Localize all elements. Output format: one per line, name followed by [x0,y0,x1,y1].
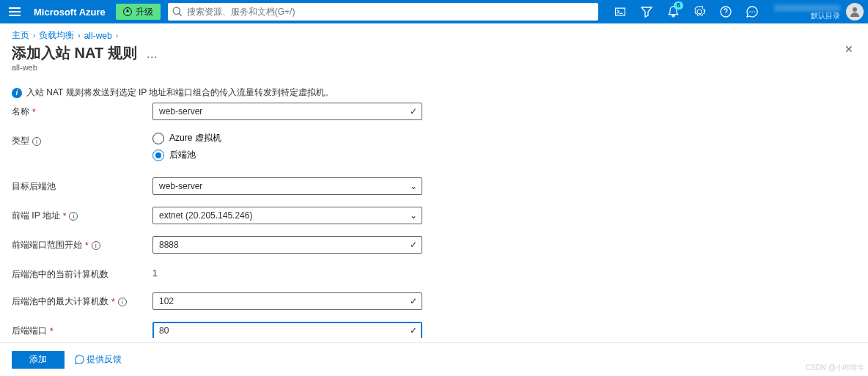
radio-icon [152,150,164,161]
svg-point-5 [751,11,753,12]
settings-button[interactable] [686,0,713,23]
required-marker: * [63,211,67,221]
label-name: 名称 [12,106,29,118]
crumb-resource[interactable]: all-web [84,31,112,41]
account-name [774,4,840,12]
info-icon: i [12,88,22,98]
account-text: 默认目录 [774,4,840,20]
check-icon: ✓ [410,296,417,306]
radio-icon [152,133,164,144]
svg-point-7 [853,7,857,12]
directories-button[interactable] [633,0,660,23]
label-frontend-ip: 前端 IP 地址 [12,210,60,222]
hamburger-icon [9,7,21,16]
chevron-right-icon: › [78,32,80,40]
crumb-home[interactable]: 主页 [12,29,29,42]
avatar [846,3,864,21]
info-icon[interactable]: i [69,212,78,221]
required-marker: * [50,326,54,336]
label-backend-max: 后端池中的最大计算机数 [12,295,108,308]
brand-label[interactable]: Microsoft Azure [29,7,116,18]
feedback-button[interactable] [739,0,765,23]
backend-max-input[interactable]: 102 ✓ [152,292,422,310]
required-marker: * [111,297,115,307]
form-scroll-area[interactable]: 名称 * web-server ✓ 类型 i Azure 虚拟机 后端池 目标后… [12,103,862,338]
svg-rect-2 [9,15,21,16]
feedback-icon [746,6,758,18]
svg-point-4 [749,11,751,12]
feedback-link[interactable]: 提供反馈 [75,353,122,366]
name-input[interactable]: web-server ✓ [152,103,422,120]
radio-type-pool[interactable]: 后端池 [152,149,422,161]
info-icon[interactable]: i [118,298,127,306]
required-marker: * [32,107,36,117]
backend-count-value: 1 [152,265,422,279]
label-target-pool: 目标后端池 [12,180,56,193]
target-pool-select[interactable]: web-server ⌄ [152,177,422,195]
svg-point-6 [754,11,755,12]
account-directory: 默认目录 [774,12,840,20]
menu-toggle[interactable] [0,7,29,16]
backend-port-input[interactable]: 80 ✓ [152,322,422,338]
info-text: 入站 NAT 规则将发送到选定 IP 地址和端口组合的传入流量转发到特定虚拟机。 [26,86,334,99]
crumb-lb[interactable]: 负载均衡 [39,29,74,42]
svg-rect-1 [9,11,21,12]
page-header: 添加入站 NAT 规则 … all-web ✕ [0,42,868,76]
info-banner: i 入站 NAT 规则将发送到选定 IP 地址和端口组合的传入流量转发到特定虚拟… [12,86,856,99]
search-icon [172,7,183,17]
chevron-right-icon: › [116,32,118,40]
check-icon: ✓ [410,106,417,117]
svg-rect-0 [9,7,21,9]
chevron-down-icon: ⌄ [410,210,417,221]
filter-icon [641,6,652,18]
frontend-ip-select[interactable]: extnet (20.205.145.246) ⌄ [152,207,422,224]
topbar-actions: 6 默认目录 [607,0,868,23]
cloud-shell-button[interactable] [607,0,633,23]
label-backend-count: 后端池中的当前计算机数 [12,268,108,281]
type-radio-group: Azure 虚拟机 后端池 [152,132,422,161]
upgrade-label: 升级 [136,6,153,18]
upgrade-button[interactable]: 升级 [116,4,161,20]
chevron-right-icon: › [33,32,35,40]
label-type: 类型 [12,135,29,147]
global-search[interactable] [168,3,598,21]
person-icon [849,6,861,18]
breadcrumb: 主页 › 负载均衡 › all-web › [0,23,868,42]
more-actions[interactable]: … [146,48,158,60]
notifications-button[interactable]: 6 [660,0,686,23]
info-icon[interactable]: i [92,241,100,250]
feedback-icon [75,355,84,364]
page-subtitle: all-web [12,63,856,72]
label-backend-port: 后端端口 [12,325,47,337]
shell-icon [614,7,626,17]
account-menu[interactable]: 默认目录 [765,3,868,21]
submit-button[interactable]: 添加 [12,351,65,369]
info-icon[interactable]: i [32,137,41,146]
upgrade-icon [123,7,132,16]
frontend-port-start-input[interactable]: 8888 ✓ [152,236,422,254]
radio-type-vm[interactable]: Azure 虚拟机 [152,132,422,144]
notification-badge: 6 [674,1,683,10]
help-icon [720,6,732,18]
page-title: 添加入站 NAT 规则 [12,43,137,63]
label-frontend-port-start: 前端端口范围开始 [12,239,82,251]
footer-bar: 添加 提供反馈 [0,342,868,376]
gear-icon [694,6,705,18]
required-marker: * [85,240,89,251]
check-icon: ✓ [410,240,417,250]
help-button[interactable] [713,0,739,23]
chevron-down-icon: ⌄ [410,181,417,191]
check-icon: ✓ [410,325,417,336]
global-header: Microsoft Azure 升级 6 默认目录 [0,0,868,23]
close-button[interactable]: ✕ [845,43,853,55]
search-input[interactable] [183,7,594,17]
